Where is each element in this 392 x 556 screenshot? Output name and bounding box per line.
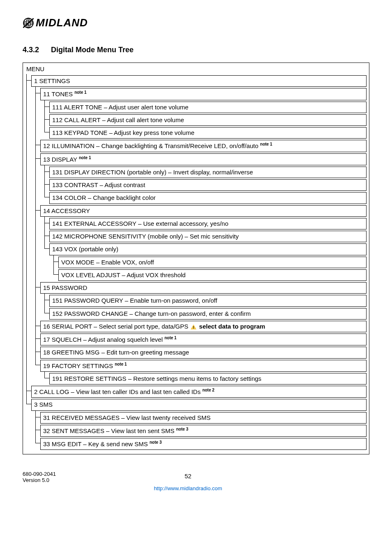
node-call-log: 2 CALL LOG – View last ten caller IDs an… — [31, 386, 367, 398]
menu-outline-box: MENU 1 SETTINGS 11 TONES note 1 111 ALER… — [23, 63, 369, 454]
page-number: 52 — [56, 473, 320, 480]
doc-number: 680-090-2041 — [23, 471, 56, 477]
node-restore-settings: 191 RESTORE SETTINGS – Restore settings … — [49, 373, 367, 385]
footer-right-spacer — [320, 471, 369, 491]
node-password-query: 151 PASSWORD QUERY – Enable turn-on pass… — [49, 295, 367, 306]
footer-center: 52 http://www.midlandradio.com — [56, 471, 320, 491]
node-color: 134 COLOR – Change backlight color — [49, 192, 367, 204]
node-vox-mode: VOX MODE – Enable VOX, on/off — [58, 257, 367, 268]
node-vox-level: VOX LEVEL ADJUST – Adjust VOX threshold — [58, 269, 367, 281]
node-keypad-tone: 113 KEYPAD TONE – Adjust key press tone … — [49, 127, 367, 139]
node-sent-msgs: 32 SENT MESSAGES – View last ten sent SM… — [40, 425, 367, 437]
node-ext-accessory: 141 EXTERNAL ACCESSORY – Use external ac… — [49, 218, 367, 229]
node-accessory: 14 ACCESSORY — [40, 205, 367, 217]
footer-url: http://www.midlandradio.com — [56, 485, 320, 491]
node-squelch: 17 SQUELCH – Adjust analog squelch level… — [40, 334, 367, 345]
node-display: 13 DISPLAY note 1 — [40, 153, 367, 165]
page-footer: 680-090-2041 Version 5.0 52 http://www.m… — [23, 471, 369, 491]
node-greeting: 18 GREETING MSG – Edit turn-on greeting … — [40, 347, 367, 358]
section-number: 4.3.2 — [23, 46, 39, 54]
node-display-direction: 131 DISPLAY DIRECTION (portable only) – … — [49, 167, 367, 178]
node-call-alert: 112 CALL ALERT – Adjust call alert tone … — [49, 114, 367, 126]
doc-version: Version 5.0 — [23, 477, 56, 483]
node-msg-edit: 33 MSG EDIT – Key & send new SMS note 3 — [40, 438, 367, 450]
node-illumination: 12 ILLUMINATION – Change backlighting & … — [40, 140, 367, 152]
node-mic-sensitivity: 142 MICROPHONE SENSITIVITY (mobile only)… — [49, 231, 367, 242]
brand-text: MIDLAND — [36, 16, 88, 29]
node-vox: 143 VOX (portable only) — [49, 243, 367, 255]
menu-root-label: MENU — [25, 65, 367, 74]
brand-logo: MIDLAND — [23, 16, 369, 29]
node-serial-port: 16 SERIAL PORT – Select serial port type… — [40, 321, 367, 332]
node-sms: 3 SMS — [31, 399, 367, 410]
node-settings: 1 SETTINGS — [31, 75, 367, 87]
node-alert-tone: 111 ALERT TONE – Adjust user alert tone … — [49, 102, 367, 113]
warning-icon — [191, 324, 196, 329]
node-factory-settings: 19 FACTORY SETTINGS note 1 — [40, 360, 367, 372]
footer-left: 680-090-2041 Version 5.0 — [23, 471, 56, 491]
node-password-change: 152 PASSWORD CHANGE – Change turn-on pas… — [49, 308, 367, 320]
node-password: 15 PASSWORD — [40, 282, 367, 294]
node-received-msgs: 31 RECEIVED MESSAGES – View last twenty … — [40, 412, 367, 424]
globe-icon — [23, 17, 34, 29]
menu-tree: 1 SETTINGS 11 TONES note 1 111 ALERT TON… — [25, 74, 367, 450]
section-title: Digital Mode Menu Tree — [51, 46, 134, 54]
node-tones: 11 TONES note 1 — [40, 88, 367, 100]
node-contrast: 133 CONTRAST – Adjust contrast — [49, 179, 367, 191]
section-heading: 4.3.2 Digital Mode Menu Tree — [23, 46, 369, 54]
